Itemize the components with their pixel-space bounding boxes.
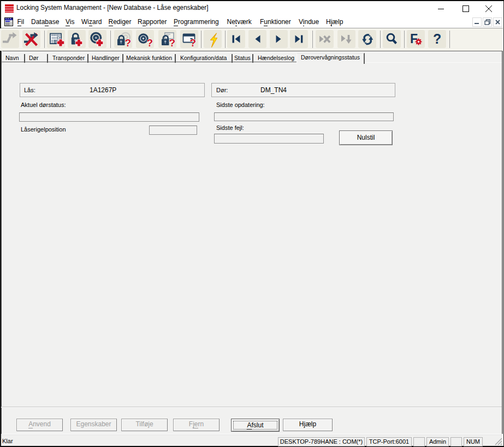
svg-text:?: ? [125, 37, 132, 49]
svg-text:?: ? [433, 31, 441, 46]
svg-text:?: ? [190, 37, 197, 49]
svg-text:?: ? [169, 37, 176, 49]
svg-text:?: ? [147, 37, 153, 49]
